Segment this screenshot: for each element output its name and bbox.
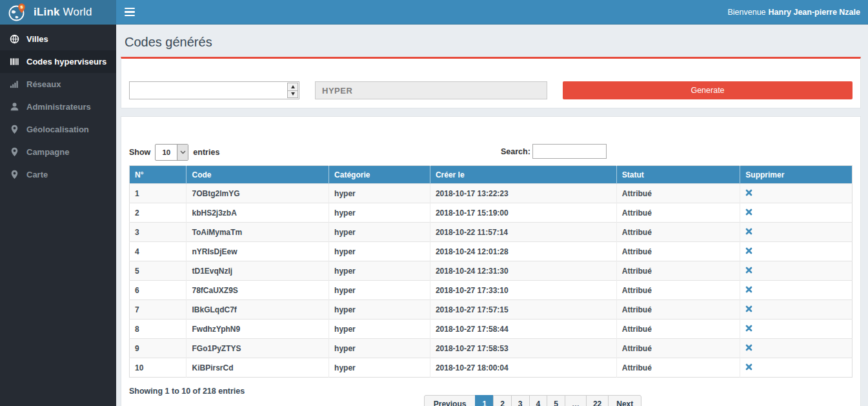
search-label: Search: — [501, 147, 530, 156]
sidebar-item-administrateurs[interactable]: Administrateurs — [0, 96, 116, 118]
column-header-creer-le[interactable]: Créer le — [430, 166, 616, 184]
delete-cell — [740, 358, 853, 378]
sidebar-item-villes[interactable]: Villes — [0, 28, 116, 50]
status-cell: Attribué — [616, 300, 740, 320]
app-title: iLink World — [34, 6, 92, 19]
sidebar-item-label: Carte — [26, 170, 48, 179]
table-row: 5tD1EvqNzIjhyper2018-10-24 12:31:30Attri… — [130, 261, 853, 281]
delete-icon[interactable] — [745, 267, 752, 274]
sidebar-item-geolocalisation[interactable]: Géolocalisation — [0, 118, 116, 141]
sidebar-item-label: Réseaux — [26, 79, 61, 89]
delete-cell — [740, 203, 853, 223]
delete-icon[interactable] — [745, 344, 752, 351]
column-header-code[interactable]: Code — [187, 166, 329, 184]
delete-x-icon — [745, 344, 752, 351]
delete-icon[interactable] — [745, 363, 752, 370]
logo-globe-pin-icon: $ — [8, 3, 27, 22]
spinner-up-button[interactable] — [287, 83, 298, 91]
delete-icon[interactable] — [745, 247, 752, 254]
column-header-num[interactable]: N° — [130, 166, 187, 184]
row-number-cell: 10 — [130, 358, 187, 378]
code-cell: kbHS2j3zbA — [187, 203, 329, 223]
category-cell: hyper — [329, 184, 430, 203]
page-size-select[interactable]: 10 — [155, 144, 188, 161]
topbar: $ iLink World Bienvenue Hanry Jean-pierr… — [0, 0, 868, 25]
code-cell: KiBPirsrCd — [187, 358, 329, 378]
delete-cell — [740, 261, 853, 281]
page-size-value: 10 — [156, 145, 177, 160]
status-cell: Attribué — [616, 281, 740, 300]
delete-x-icon — [745, 228, 752, 235]
number-spinner — [287, 83, 298, 98]
table-row: 9FGo1PyZTYShyper2018-10-27 17:58:53Attri… — [130, 339, 853, 358]
created-cell: 2018-10-27 17:33:10 — [430, 281, 616, 300]
status-cell: Attribué — [616, 261, 740, 281]
spinner-down-button[interactable] — [287, 91, 298, 99]
pagination-page-button[interactable]: 2 — [493, 395, 512, 406]
pagination-page-button[interactable]: 22 — [586, 395, 609, 406]
delete-icon[interactable] — [745, 325, 752, 332]
search-control: Search: — [501, 144, 607, 159]
created-cell: 2018-10-24 12:31:30 — [430, 261, 616, 281]
delete-icon[interactable] — [745, 208, 752, 216]
hamburger-menu-icon[interactable] — [125, 0, 135, 24]
show-label: Show — [129, 148, 150, 157]
entries-label: entries — [193, 148, 219, 157]
code-cell: 78fCaUXZ9S — [187, 281, 329, 300]
created-cell: 2018-10-24 12:01:28 — [430, 242, 616, 261]
search-input[interactable] — [532, 144, 607, 159]
created-cell: 2018-10-27 17:58:53 — [430, 339, 616, 358]
entries-summary: Showing 1 to 10 of 218 entries — [129, 387, 245, 396]
status-cell: Attribué — [616, 339, 740, 358]
pagination-page-button[interactable]: 3 — [511, 395, 530, 406]
sidebar-item-label: Administrateurs — [26, 102, 91, 112]
status-cell: Attribué — [616, 242, 740, 261]
column-header-categorie[interactable]: Catégorie — [329, 166, 430, 184]
pagination-previous-button[interactable]: Previous — [424, 395, 476, 406]
delete-icon[interactable] — [745, 189, 752, 196]
delete-cell — [740, 281, 853, 300]
delete-x-icon — [745, 247, 752, 254]
quantity-input[interactable] — [129, 81, 299, 99]
column-header-supprimer[interactable]: Supprimer — [740, 166, 853, 184]
code-generator-panel: HYPER Generate — [121, 57, 861, 108]
delete-icon[interactable] — [745, 228, 752, 235]
table-row: 8FwdhzYphN9hyper2018-10-27 17:58:44Attri… — [130, 320, 853, 339]
created-cell: 2018-10-22 11:57:14 — [430, 223, 616, 242]
delete-cell — [740, 242, 853, 261]
page-title: Codes générés — [116, 25, 868, 57]
sidebar: Villes Codes hyperviseurs Réseaux Admini… — [0, 25, 116, 406]
code-cell: 7OBtg2lmYG — [187, 184, 329, 203]
pagination-page-button[interactable]: 4 — [529, 395, 548, 406]
table-row: 3ToAiMymaTmhyper2018-10-22 11:57:14Attri… — [130, 223, 853, 242]
delete-icon[interactable] — [745, 305, 752, 312]
arrow-up-icon — [291, 85, 295, 88]
delete-icon[interactable] — [745, 286, 752, 293]
table-row: 678fCaUXZ9Shyper2018-10-27 17:33:10Attri… — [130, 281, 853, 300]
delete-x-icon — [745, 305, 752, 312]
sidebar-item-campagne[interactable]: Campagne — [0, 141, 116, 163]
status-cell: Attribué — [616, 184, 740, 203]
delete-x-icon — [745, 189, 752, 196]
brand[interactable]: $ iLink World — [0, 0, 116, 24]
sidebar-item-reseaux[interactable]: Réseaux — [0, 73, 116, 96]
category-cell: hyper — [329, 261, 430, 281]
pagination-next-button[interactable]: Next — [608, 395, 641, 406]
sidebar-item-label: Géolocalisation — [26, 125, 89, 134]
code-cell: IBkGLqdC7f — [187, 300, 329, 320]
sidebar-item-label: Codes hyperviseurs — [26, 57, 106, 66]
pagination-page-button[interactable]: 1 — [475, 395, 494, 406]
category-cell: hyper — [329, 203, 430, 223]
delete-cell — [740, 223, 853, 242]
code-cell: nYRIsDjEew — [187, 242, 329, 261]
row-number-cell: 6 — [130, 281, 187, 300]
column-header-statut[interactable]: Statut — [616, 166, 740, 184]
sidebar-item-codes-hyperviseurs[interactable]: Codes hyperviseurs — [0, 50, 116, 73]
codes-table: N° Code Catégorie Créer le Statut Suppri… — [129, 165, 853, 378]
pagination-page-button[interactable]: 5 — [547, 395, 565, 406]
welcome-message: Bienvenue Hanry Jean-pierre Nzale — [727, 0, 868, 24]
sidebar-item-carte[interactable]: Carte — [0, 163, 116, 186]
map-marker-icon — [10, 147, 19, 157]
category-cell: hyper — [329, 223, 430, 242]
generate-button[interactable]: Generate — [563, 81, 853, 99]
